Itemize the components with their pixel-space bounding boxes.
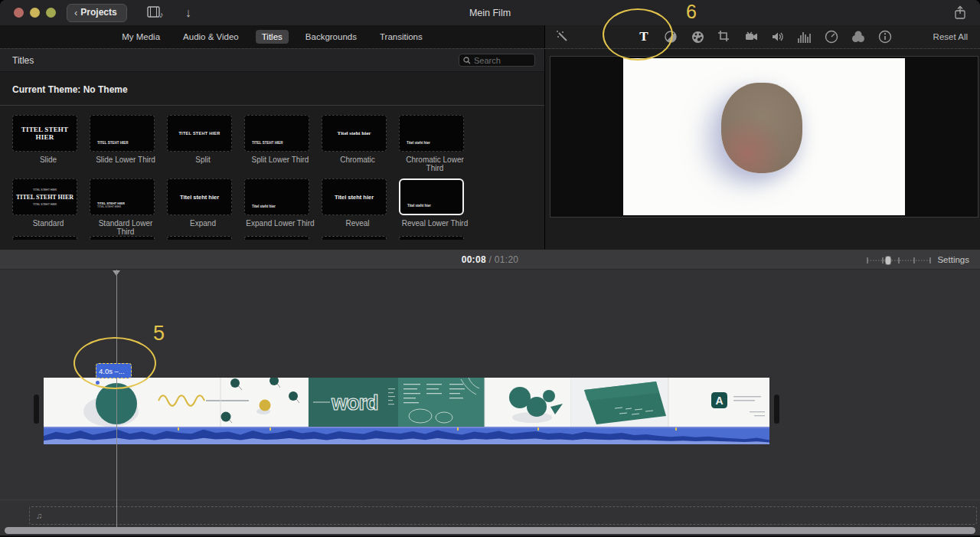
title-template-label: Reveal Lower Third — [399, 219, 471, 228]
video-preview — [550, 56, 978, 218]
background-music-well[interactable]: ♫ — [29, 506, 977, 525]
imovie-window: ‹ Projects ♪ ↓ Mein Film My MediaAudio &… — [0, 0, 980, 537]
clip-trim-handle-left[interactable] — [34, 395, 39, 424]
clip-filter-icon[interactable] — [850, 28, 867, 45]
share-icon[interactable] — [954, 5, 966, 23]
title-thumbnail[interactable]: TITEL STEHT HIERTITEL STEHT HIERTITEL ST… — [12, 178, 77, 215]
panel-title: Titles — [12, 55, 34, 66]
titles-panel-header: Titles — [0, 49, 544, 72]
speed-icon[interactable] — [823, 28, 840, 45]
title-thumbnail[interactable]: Titel steht hier — [322, 178, 387, 215]
clip-trim-handle-right[interactable] — [774, 395, 779, 424]
info-icon[interactable] — [877, 28, 893, 45]
titles-grid: TITEL STEHT HIERSlideTITEL STEHT HIERSli… — [0, 106, 544, 236]
title-thumbnail[interactable]: Titel steht hier — [322, 115, 387, 152]
title-template-label: Expand — [167, 219, 239, 228]
thumb-preview-text: Titel steht hier — [322, 179, 386, 214]
title-template-label: Split — [167, 156, 239, 164]
preview-blob-graphic — [721, 83, 802, 173]
title-template-reveal-lower-third[interactable]: Titel steht hierReveal Lower Third — [399, 178, 476, 236]
title-template-standard[interactable]: TITEL STEHT HIERTITEL STEHT HIERTITEL ST… — [12, 178, 90, 236]
window-title: Mein Film — [0, 8, 980, 18]
zoom-slider-thumb — [885, 256, 891, 265]
video-frame — [623, 58, 905, 215]
volume-icon[interactable] — [769, 28, 786, 45]
title-template-expand[interactable]: Titel steht hierExpand — [167, 178, 244, 236]
title-thumbnail[interactable]: Titel steht hier — [244, 178, 309, 215]
title-template-split[interactable]: TITEL STEHT HIERSplit — [167, 115, 244, 172]
titles-browser-panel: Titles Current Theme: No Theme TITEL STE… — [0, 49, 545, 249]
magic-wand-icon[interactable] — [554, 28, 571, 45]
horizontal-scrollbar[interactable] — [5, 527, 975, 534]
title-template-expand-lower-third[interactable]: Titel steht hierExpand Lower Third — [244, 178, 322, 236]
tab-transitions[interactable]: Transitions — [374, 30, 429, 44]
title-template-label: Slide Lower Third — [90, 156, 162, 164]
title-thumbnail-partial — [322, 236, 387, 240]
title-thumbnail-selected[interactable]: Titel steht hier — [399, 178, 464, 215]
time-separator: / — [489, 254, 495, 265]
annotation-number-6: 6 — [686, 1, 697, 23]
tab-titles[interactable]: Titles — [256, 30, 289, 44]
middle-region: Titles Current Theme: No Theme TITEL STE… — [0, 49, 980, 249]
title-template-label: Chromatic Lower Third — [399, 156, 471, 172]
title-thumbnail[interactable]: TITEL STEHT HIER — [90, 115, 155, 152]
timeline[interactable]: word — [0, 270, 980, 537]
thumb-preview-text: TITEL STEHT HIER — [13, 116, 77, 151]
search-field[interactable] — [459, 54, 535, 67]
titles-grid-next-row — [0, 236, 544, 240]
crop-icon[interactable] — [716, 28, 733, 45]
title-thumbnail[interactable]: TITEL STEHT HIER — [12, 115, 77, 152]
noise-reduction-icon[interactable] — [796, 28, 813, 45]
title-template-label: Reveal — [322, 219, 394, 228]
title-template-chromatic-lower-third[interactable]: Titel steht hierChromatic Lower Third — [399, 115, 476, 172]
title-thumbnail[interactable]: TITEL STEHT HIERTITEL STEHT HIER — [90, 178, 155, 215]
tab-backgrounds[interactable]: Backgrounds — [299, 30, 363, 44]
settings-button[interactable]: Settings — [937, 255, 969, 264]
thumb-preview-text: TITEL STEHT HIERTITEL STEHT HIERTITEL ST… — [13, 179, 77, 214]
title-thumbnail[interactable]: TITEL STEHT HIER — [244, 115, 309, 152]
title-template-reveal[interactable]: Titel steht hierReveal — [322, 178, 399, 236]
media-browser-tabbar: My MediaAudio & VideoTitlesBackgroundsTr… — [0, 25, 545, 48]
playhead[interactable] — [116, 270, 117, 527]
current-theme-row: Current Theme: No Theme — [0, 72, 544, 106]
timeline-zoom-slider[interactable] — [867, 255, 931, 269]
tab-my-media[interactable]: My Media — [116, 30, 166, 44]
audio-waveform — [44, 427, 769, 444]
reset-all-button[interactable]: Reset All — [933, 32, 968, 41]
transport-bar: 00:08 / 01:20 Settings — [0, 249, 980, 270]
viewer-adjust-toolbar: T Reset All — [545, 25, 980, 48]
title-settings-icon[interactable]: T — [635, 28, 652, 45]
title-template-label: Chromatic — [322, 156, 394, 164]
title-thumbnail-partial — [167, 236, 232, 240]
svg-text:word: word — [331, 391, 378, 414]
title-template-label: Standard — [12, 219, 84, 228]
thumb-preview-text: TITEL STEHT HIER — [252, 141, 283, 145]
thumb-preview-text: Titel steht hier — [322, 116, 386, 151]
title-thumbnail-partial — [12, 236, 77, 240]
color-balance-icon[interactable] — [662, 28, 679, 45]
title-thumbnail[interactable]: Titel steht hier — [399, 115, 464, 152]
search-input[interactable] — [474, 56, 529, 65]
annotation-number-5: 5 — [153, 322, 165, 345]
thumb-preview-text: Titel steht hier — [407, 141, 430, 145]
thumb-preview-text: TITEL STEHT HIER — [97, 141, 128, 145]
svg-text:A: A — [715, 395, 723, 407]
stabilization-icon[interactable] — [743, 28, 760, 45]
title-template-label: Expand Lower Third — [244, 219, 316, 228]
title-thumbnail[interactable]: Titel steht hier — [167, 178, 232, 215]
title-thumbnail-partial — [244, 236, 309, 240]
color-correction-icon[interactable] — [689, 28, 706, 45]
title-thumbnail-partial — [399, 236, 464, 240]
timecode: 00:08 / 01:20 — [462, 254, 519, 265]
tab-audio-video[interactable]: Audio & Video — [177, 30, 245, 44]
title-template-slide-lower-third[interactable]: TITEL STEHT HIERSlide Lower Third — [90, 115, 167, 172]
title-template-slide[interactable]: TITEL STEHT HIERSlide — [12, 115, 90, 172]
title-thumbnail[interactable]: TITEL STEHT HIER — [167, 115, 232, 152]
title-template-standard-lower-third[interactable]: TITEL STEHT HIERTITEL STEHT HIERStandard… — [90, 178, 167, 236]
video-clip[interactable]: word — [44, 378, 769, 444]
title-template-chromatic[interactable]: Titel steht hierChromatic — [322, 115, 399, 172]
title-template-label: Slide — [12, 156, 84, 164]
title-template-split-lower-third[interactable]: TITEL STEHT HIERSplit Lower Third — [244, 115, 322, 172]
thumb-preview-text: TITEL STEHT HIERTITEL STEHT HIER — [97, 201, 125, 208]
title-clip-drag-tooltip[interactable]: 4.0s –... — [96, 363, 132, 378]
